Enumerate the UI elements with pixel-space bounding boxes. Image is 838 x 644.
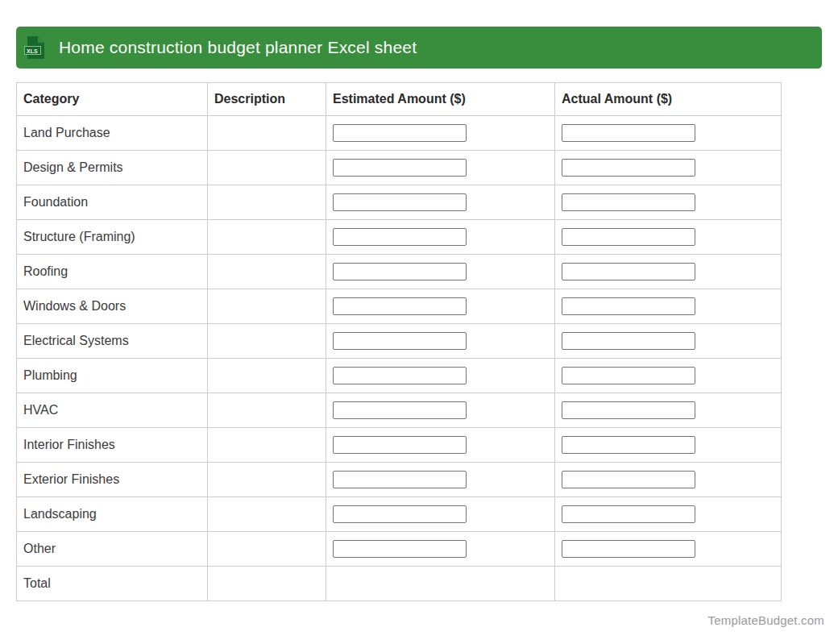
xls-icon-label: XLS — [27, 48, 38, 54]
description-cell — [208, 151, 326, 185]
table-row: Design & Permits — [17, 151, 782, 185]
category-cell: Exterior Finishes — [17, 463, 208, 497]
category-cell: Windows & Doors — [17, 289, 208, 324]
estimated-amount-input[interactable] — [333, 436, 467, 454]
category-cell: Land Purchase — [17, 116, 208, 151]
description-cell — [208, 289, 326, 324]
actual-amount-input[interactable] — [562, 159, 695, 177]
actual-amount-input[interactable] — [562, 367, 695, 384]
description-cell — [208, 324, 326, 359]
category-cell: Plumbing — [17, 359, 208, 393]
estimated-cell — [326, 393, 555, 428]
estimated-cell — [326, 116, 555, 151]
column-header-actual-amount: Actual Amount ($) — [555, 83, 782, 116]
table-row: Exterior Finishes — [17, 463, 782, 497]
estimated-cell — [326, 428, 555, 463]
table-row: Landscaping — [17, 497, 782, 532]
actual-amount-input[interactable] — [562, 228, 695, 246]
actual-cell — [555, 289, 782, 324]
table-row: Windows & Doors — [17, 289, 782, 324]
actual-cell — [555, 151, 782, 185]
estimated-amount-input[interactable] — [333, 228, 467, 246]
page: XLS Home construction budget planner Exc… — [0, 0, 838, 644]
table-row: Other — [17, 532, 782, 567]
estimated-amount-input[interactable] — [333, 401, 467, 419]
table-row: HVAC — [17, 393, 782, 428]
table-row: Plumbing — [17, 359, 782, 393]
page-title: Home construction budget planner Excel s… — [59, 38, 417, 57]
description-cell — [208, 567, 326, 601]
description-cell — [208, 497, 326, 532]
table-header-row: Category Description Estimated Amount ($… — [17, 83, 782, 116]
actual-amount-input[interactable] — [562, 540, 695, 558]
estimated-total-cell — [326, 567, 555, 601]
xls-file-icon: XLS — [24, 35, 45, 60]
actual-amount-input[interactable] — [562, 401, 695, 419]
actual-cell — [555, 497, 782, 532]
table-row: Land Purchase — [17, 116, 782, 151]
estimated-amount-input[interactable] — [333, 367, 467, 384]
estimated-amount-input[interactable] — [333, 297, 467, 315]
table-row: Electrical Systems — [17, 324, 782, 359]
actual-cell — [555, 185, 782, 220]
description-cell — [208, 255, 326, 289]
estimated-cell — [326, 185, 555, 220]
description-cell — [208, 463, 326, 497]
actual-amount-input[interactable] — [562, 263, 695, 280]
estimated-cell — [326, 324, 555, 359]
description-cell — [208, 532, 326, 567]
table-row: Interior Finishes — [17, 428, 782, 463]
site-credit: TemplateBudget.com — [707, 613, 824, 627]
estimated-cell — [326, 255, 555, 289]
actual-cell — [555, 220, 782, 255]
column-header-estimated-amount: Estimated Amount ($) — [326, 83, 555, 116]
actual-cell — [555, 463, 782, 497]
estimated-amount-input[interactable] — [333, 124, 467, 142]
estimated-amount-input[interactable] — [333, 263, 467, 280]
title-banner: XLS Home construction budget planner Exc… — [16, 27, 822, 69]
category-cell: Electrical Systems — [17, 324, 208, 359]
description-cell — [208, 185, 326, 220]
table-row: Foundation — [17, 185, 782, 220]
actual-amount-input[interactable] — [562, 505, 695, 523]
actual-amount-input[interactable] — [562, 471, 695, 488]
table-row: Structure (Framing) — [17, 220, 782, 255]
actual-cell — [555, 393, 782, 428]
category-cell: Landscaping — [17, 497, 208, 532]
description-cell — [208, 116, 326, 151]
actual-amount-input[interactable] — [562, 193, 695, 211]
actual-total-cell — [555, 567, 782, 601]
actual-amount-input[interactable] — [562, 124, 695, 142]
column-header-description: Description — [208, 83, 326, 116]
description-cell — [208, 220, 326, 255]
description-cell — [208, 359, 326, 393]
estimated-amount-input[interactable] — [333, 332, 467, 350]
estimated-amount-input[interactable] — [333, 540, 467, 558]
table-row-total: Total — [17, 567, 782, 601]
estimated-amount-input[interactable] — [333, 471, 467, 488]
actual-amount-input[interactable] — [562, 332, 695, 350]
actual-cell — [555, 532, 782, 567]
description-cell — [208, 428, 326, 463]
estimated-cell — [326, 532, 555, 567]
actual-amount-input[interactable] — [562, 436, 695, 454]
actual-cell — [555, 116, 782, 151]
category-cell: Other — [17, 532, 208, 567]
estimated-cell — [326, 359, 555, 393]
description-cell — [208, 393, 326, 428]
category-cell: Total — [17, 567, 208, 601]
actual-cell — [555, 255, 782, 289]
estimated-cell — [326, 497, 555, 532]
estimated-cell — [326, 151, 555, 185]
category-cell: Design & Permits — [17, 151, 208, 185]
estimated-cell — [326, 289, 555, 324]
category-cell: Roofing — [17, 255, 208, 289]
category-cell: HVAC — [17, 393, 208, 428]
actual-cell — [555, 359, 782, 393]
column-header-category: Category — [17, 83, 208, 116]
estimated-amount-input[interactable] — [333, 505, 467, 523]
actual-amount-input[interactable] — [562, 297, 695, 315]
category-cell: Interior Finishes — [17, 428, 208, 463]
estimated-amount-input[interactable] — [333, 193, 467, 211]
estimated-amount-input[interactable] — [333, 159, 467, 177]
